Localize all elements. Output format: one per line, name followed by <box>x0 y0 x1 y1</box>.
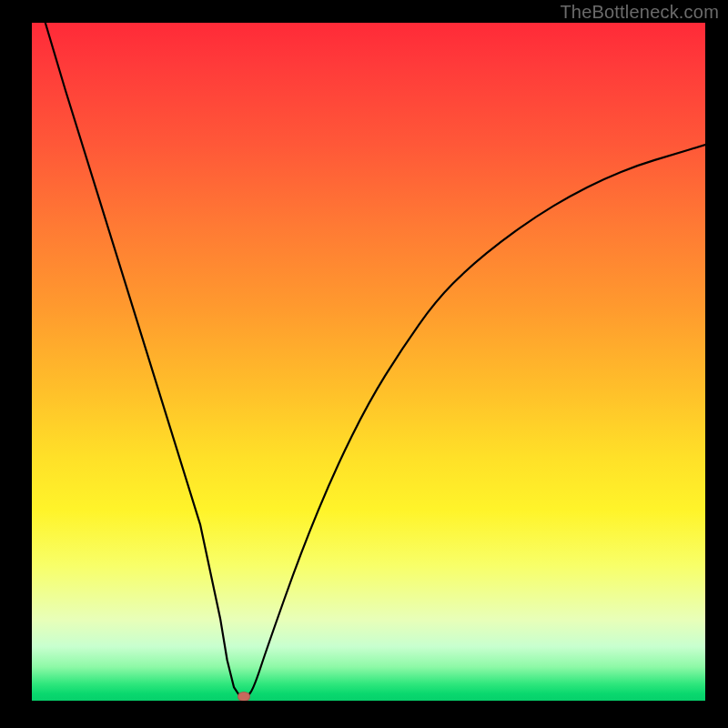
watermark-text: TheBottleneck.com <box>560 2 719 23</box>
optimal-point-marker <box>238 692 250 701</box>
chart-frame: TheBottleneck.com <box>0 0 728 728</box>
plot-area <box>32 23 705 701</box>
bottleneck-curve <box>32 23 705 701</box>
